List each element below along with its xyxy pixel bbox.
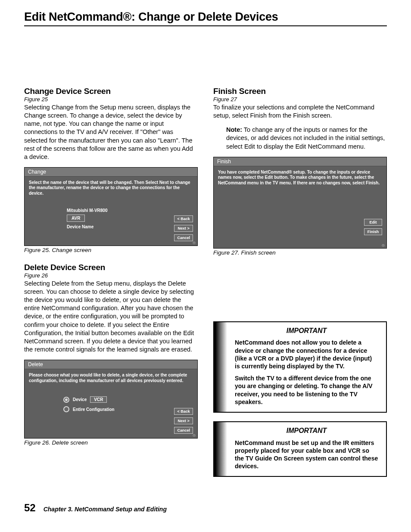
finish-shot-title: Finish bbox=[214, 157, 386, 166]
entire-config-label: Entire Configuration bbox=[73, 407, 115, 412]
back-button[interactable]: < Back bbox=[174, 408, 193, 415]
finish-body: To finalize your selections and complete… bbox=[213, 103, 387, 120]
finish-button[interactable]: Finish bbox=[364, 228, 382, 235]
device-select[interactable]: VCR bbox=[90, 396, 107, 403]
change-body: Selecting Change from the Setup menu scr… bbox=[24, 103, 198, 161]
corner-icon: ◎ bbox=[193, 433, 196, 437]
important-title: IMPORTANT bbox=[235, 426, 378, 436]
important-title: IMPORTANT bbox=[235, 327, 378, 336]
delete-heading: Delete Device Screen bbox=[24, 263, 198, 272]
right-column: Finish Screen Figure 27 To finalize your… bbox=[213, 87, 387, 485]
corner-icon: ◎ bbox=[193, 241, 196, 245]
page-title: Edit NetCommand®: Change or Delete Devic… bbox=[24, 10, 387, 26]
fig27-caption: Figure 27. Finish screen bbox=[213, 249, 387, 256]
important-box-1: IMPORTANT NetCommand does not allow you … bbox=[213, 321, 387, 413]
change-screenshot: Change Select the name of the device tha… bbox=[24, 167, 198, 246]
finish-note: Note: To change any of the inputs or nam… bbox=[226, 126, 387, 150]
fig26-ref: Figure 26 bbox=[24, 272, 198, 279]
important-text: Switch the TV to a different device from… bbox=[235, 374, 378, 406]
important-text: NetCommand must be set up and the IR emi… bbox=[235, 439, 378, 470]
next-button[interactable]: Next > bbox=[174, 417, 193, 424]
change-heading: Change Device Screen bbox=[24, 87, 198, 96]
fig25-caption: Figure 25. Change screen bbox=[24, 247, 198, 253]
device-radio-label: Device bbox=[73, 397, 87, 402]
change-shot-title: Change bbox=[25, 168, 197, 177]
cancel-button[interactable]: Cancel bbox=[174, 234, 193, 241]
device-name-input[interactable]: AVR bbox=[67, 215, 85, 222]
page-number: 52 bbox=[24, 502, 36, 514]
left-column: Change Device Screen Figure 25 Selecting… bbox=[24, 87, 198, 485]
edit-button[interactable]: Edit bbox=[364, 219, 382, 226]
columns: Change Device Screen Figure 25 Selecting… bbox=[24, 87, 387, 485]
entire-config-radio[interactable] bbox=[63, 406, 69, 412]
finish-screenshot: Finish You have completed NetCommand® se… bbox=[213, 157, 387, 249]
device-name-text: Mitsubishi M-VR800 bbox=[67, 208, 193, 213]
important-box-2: IMPORTANT NetCommand must be set up and … bbox=[213, 421, 387, 477]
fig25-ref: Figure 25 bbox=[24, 96, 198, 103]
footer: 52 Chapter 3. NetCommand Setup and Editi… bbox=[24, 502, 387, 514]
device-radio[interactable] bbox=[63, 397, 69, 403]
delete-screenshot: Delete Please choose what you would like… bbox=[24, 360, 198, 439]
delete-shot-title: Delete bbox=[25, 360, 197, 369]
fig26-caption: Figure 26. Delete screen bbox=[24, 439, 198, 446]
important-text: NetCommand does not allow you to delete … bbox=[235, 339, 378, 370]
fig27-ref: Figure 27 bbox=[213, 96, 387, 103]
corner-icon: ◎ bbox=[382, 243, 385, 247]
cancel-button[interactable]: Cancel bbox=[174, 427, 193, 434]
back-button[interactable]: < Back bbox=[174, 215, 193, 222]
finish-heading: Finish Screen bbox=[213, 87, 387, 96]
finish-shot-instruction: You have completed NetCommand® setup. To… bbox=[218, 170, 382, 186]
delete-shot-instruction: Please choose what you would like to del… bbox=[29, 373, 193, 383]
change-shot-instruction: Select the name of the device that will … bbox=[29, 180, 193, 196]
delete-body: Selecting Delete from the Setup menu, di… bbox=[24, 280, 198, 354]
next-button[interactable]: Next > bbox=[174, 225, 193, 232]
chapter-label: Chapter 3. NetCommand Setup and Editing bbox=[44, 506, 167, 513]
